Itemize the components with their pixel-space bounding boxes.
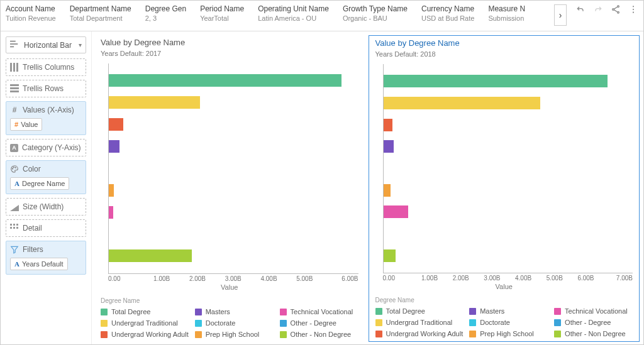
bar[interactable] xyxy=(384,249,396,262)
svg-point-0 xyxy=(618,6,619,8)
legend-swatch xyxy=(469,308,476,315)
legend-item[interactable]: Total Degree xyxy=(101,308,189,315)
axis-tick: 5.00B xyxy=(539,275,570,282)
svg-rect-13 xyxy=(10,87,19,89)
svg-rect-19 xyxy=(10,224,12,226)
axis-tick: 3.00B xyxy=(477,275,508,282)
bar[interactable] xyxy=(384,140,394,153)
attribute-icon: A xyxy=(14,180,19,187)
filter-label: Operating Unit Name xyxy=(258,4,329,13)
legend-swatch xyxy=(101,309,108,315)
well-category-y[interactable]: ACategory (Y-Axis) xyxy=(6,139,86,156)
chart-panel[interactable]: Value by Degree NameYears Default: 20180… xyxy=(369,35,640,342)
legend-title: Degree Name xyxy=(101,297,358,304)
legend-swatch xyxy=(195,331,202,338)
header-filter[interactable]: Account NameTuition Revenue xyxy=(6,4,56,22)
legend-swatch xyxy=(101,320,108,327)
header-filter[interactable]: Measure NSubmission xyxy=(488,4,525,22)
bar[interactable] xyxy=(109,184,114,197)
well-values-x[interactable]: #Values (X-Axis) #Value xyxy=(6,101,86,135)
legend-item[interactable]: Prep High School xyxy=(195,331,274,338)
well-trellis-rows[interactable]: Trellis Rows xyxy=(6,80,86,97)
legend-item[interactable]: Masters xyxy=(195,308,274,315)
legend: Degree NameTotal DegreeMastersTechnical … xyxy=(375,297,633,337)
legend-item[interactable]: Undergrad Working Adult xyxy=(101,331,189,338)
pill-years-default[interactable]: AYears Default xyxy=(10,258,68,270)
legend-title: Degree Name xyxy=(375,297,633,304)
chart-panel[interactable]: Value by Degree NameYears Default: 20170… xyxy=(94,35,365,342)
legend-item[interactable]: Other - Non Degree xyxy=(554,330,633,337)
bar[interactable] xyxy=(384,75,608,87)
undo-icon[interactable] xyxy=(575,4,586,14)
filter-value: Tuition Revenue xyxy=(6,14,56,22)
legend-item[interactable]: Other - Degree xyxy=(554,319,633,326)
bar[interactable] xyxy=(109,118,123,131)
chart-type-selector[interactable]: Horizontal Bar ▾ xyxy=(6,36,86,53)
legend-item[interactable]: Other - Degree xyxy=(280,319,358,327)
svg-point-15 xyxy=(13,168,13,169)
bar[interactable] xyxy=(384,119,392,131)
legend-item[interactable]: Doctorate xyxy=(195,319,274,327)
legend-item[interactable]: Undergrad Traditional xyxy=(375,319,464,326)
header-filter[interactable]: Currency NameUSD at Bud Rate xyxy=(421,4,474,22)
pill-degree-name[interactable]: ADegree Name xyxy=(10,177,69,190)
legend-item[interactable]: Technical Vocational xyxy=(280,308,358,315)
redo-icon[interactable] xyxy=(593,4,603,14)
legend-swatch xyxy=(280,320,287,327)
legend-item[interactable]: Undergrad Traditional xyxy=(101,319,189,327)
chart-type-label: Horizontal Bar xyxy=(24,41,72,50)
trellis-rows-icon xyxy=(10,84,19,93)
legend-item[interactable]: Doctorate xyxy=(469,319,548,326)
header-filter[interactable]: Degree Gen2, 3 xyxy=(145,4,186,22)
legend: Degree NameTotal DegreeMastersTechnical … xyxy=(101,297,358,338)
legend-item[interactable]: Technical Vocational xyxy=(554,307,633,315)
svg-point-2 xyxy=(618,11,619,13)
bar[interactable] xyxy=(109,140,119,153)
well-color[interactable]: Color ADegree Name xyxy=(6,160,86,194)
more-icon[interactable] xyxy=(628,4,638,14)
chevron-right-icon: › xyxy=(559,10,562,20)
bar[interactable] xyxy=(109,74,341,87)
bar[interactable] xyxy=(384,97,540,109)
legend-swatch xyxy=(554,308,561,315)
legend-swatch xyxy=(554,331,561,337)
filter-label: Period Name xyxy=(200,4,244,13)
bar[interactable] xyxy=(109,249,192,262)
legend-item[interactable]: Prep High School xyxy=(469,330,548,337)
filter-value: 2, 3 xyxy=(145,14,186,22)
svg-point-16 xyxy=(13,167,14,168)
legend-item[interactable]: Total Degree xyxy=(375,307,464,315)
svg-marker-25 xyxy=(11,246,18,253)
axis-tick: 1.00B xyxy=(144,275,180,282)
axis-tick: 2.00B xyxy=(445,275,477,282)
palette-icon xyxy=(10,165,19,173)
share-icon[interactable] xyxy=(611,4,621,14)
header-filter[interactable]: Department NameTotal Department xyxy=(70,4,131,22)
header-filter[interactable]: Growth Type NameOrganic - BAU xyxy=(343,4,408,22)
chart-title: Value by Degree Name xyxy=(375,38,633,48)
well-trellis-columns[interactable]: Trellis Columns xyxy=(6,58,86,76)
bar[interactable] xyxy=(384,184,391,197)
legend-item[interactable]: Masters xyxy=(469,307,548,315)
axis-tick: 3.00B xyxy=(215,275,251,282)
svg-rect-24 xyxy=(16,227,18,229)
well-filters[interactable]: Filters AYears Default xyxy=(6,241,86,275)
number-sign-icon: # xyxy=(10,106,19,114)
legend-item[interactable]: Undergrad Working Adult xyxy=(375,330,464,337)
filter-label: Degree Gen xyxy=(145,4,186,13)
chart-subtitle: Years Default: 2018 xyxy=(375,50,633,58)
legend-label: Total Degree xyxy=(111,308,150,315)
header-filter[interactable]: Period NameYearTotal xyxy=(200,4,244,22)
legend-label: Technical Vocational xyxy=(291,308,353,315)
pill-value[interactable]: #Value xyxy=(10,118,42,131)
bar[interactable] xyxy=(109,96,200,109)
well-detail[interactable]: Detail xyxy=(6,219,86,237)
filters-scroll-right[interactable]: › xyxy=(554,4,567,26)
bar[interactable] xyxy=(384,205,409,218)
svg-rect-7 xyxy=(10,43,18,45)
well-size[interactable]: Size (Width) xyxy=(6,198,86,216)
header-filter[interactable]: Operating Unit NameLatin America - OU xyxy=(258,4,329,22)
legend-item[interactable]: Other - Non Degree xyxy=(280,331,358,338)
bar[interactable] xyxy=(109,206,113,219)
filter-bar: Account NameTuition RevenueDepartment Na… xyxy=(1,1,643,31)
